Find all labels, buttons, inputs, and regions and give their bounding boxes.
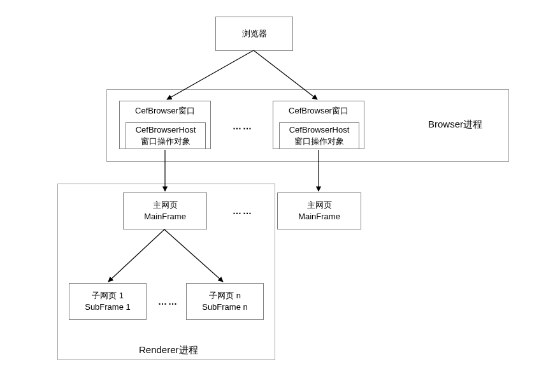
ellipsis-mainframe: ……: [233, 206, 253, 216]
node-cefbrowserhost-left-line1: CefBrowserHost: [136, 124, 196, 136]
node-cefbrowserhost-left: CefBrowserHost 窗口操作对象: [126, 122, 206, 149]
node-browser: 浏览器: [215, 17, 293, 51]
container-renderer-process-label: Renderer进程: [139, 344, 198, 356]
node-subframe-1-line1: 子网页 1: [92, 290, 124, 301]
node-mainframe-right: 主网页 MainFrame: [277, 192, 361, 229]
container-browser-process-label: Browser进程: [428, 119, 482, 131]
node-browser-label: 浏览器: [242, 28, 267, 40]
node-cefbrowserhost-right-line1: CefBrowserHost: [289, 124, 350, 136]
node-subframe-n-line2: SubFrame n: [202, 301, 248, 313]
node-mainframe-left-line2: MainFrame: [144, 211, 186, 222]
node-subframe-n-line1: 子网页 n: [209, 290, 241, 301]
node-subframe-1-line2: SubFrame 1: [85, 301, 131, 313]
node-mainframe-left: 主网页 MainFrame: [123, 192, 207, 229]
node-subframe-1: 子网页 1 SubFrame 1: [69, 283, 147, 320]
ellipsis-cefbrowser: ……: [233, 121, 253, 131]
node-cefbrowserhost-right: CefBrowserHost 窗口操作对象: [279, 122, 359, 149]
node-cefbrowser-left-line1: CefBrowser窗口: [135, 105, 195, 117]
node-cefbrowser-right-line1: CefBrowser窗口: [289, 105, 348, 117]
node-subframe-n: 子网页 n SubFrame n: [186, 283, 264, 320]
node-cefbrowserhost-left-line2: 窗口操作对象: [141, 136, 190, 147]
node-mainframe-right-line2: MainFrame: [298, 211, 340, 222]
node-cefbrowserhost-right-line2: 窗口操作对象: [294, 136, 344, 147]
node-mainframe-right-line1: 主网页: [307, 200, 332, 211]
ellipsis-subframe: ……: [158, 296, 178, 307]
diagram-canvas: 浏览器 Browser进程 CefBrowser窗口 CefBrowserHos…: [0, 0, 546, 392]
node-mainframe-left-line1: 主网页: [153, 200, 178, 211]
